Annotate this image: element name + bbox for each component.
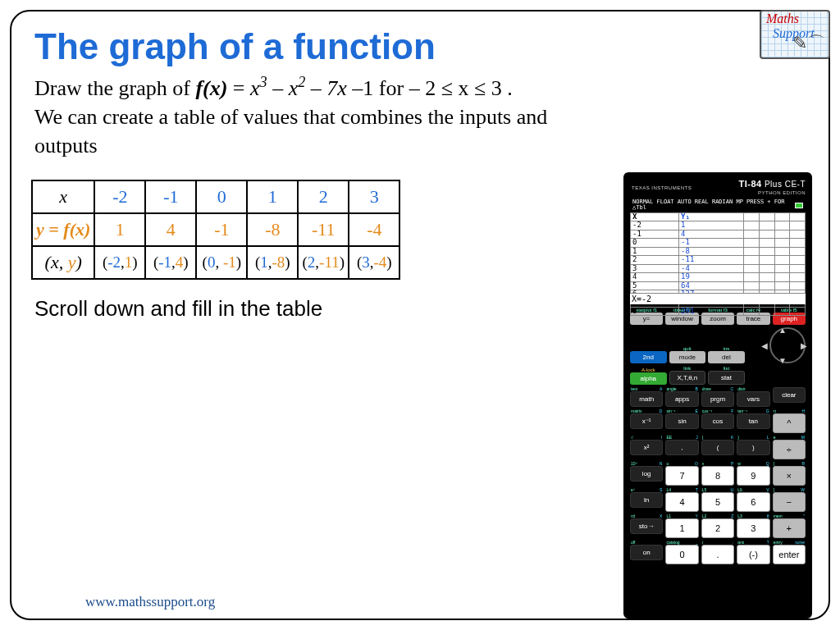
prompt-desc2: We can create a table of values that com… [34,105,547,158]
key-mode[interactable]: mode [669,351,706,363]
prompt-range: – 2 ≤ x ≤ 3 [409,76,502,100]
x-c0: -2 [94,180,145,213]
p0: (-2,1) [94,246,145,279]
values-table: x -2 -1 0 1 2 3 y = f(x) 1 4 -1 -8 -11 -… [31,180,400,280]
calc-dpad[interactable]: ▲ ▼ ◀ ▶ [760,327,806,363]
key-on[interactable]: on [630,545,663,560]
key-inv[interactable]: x⁻¹ [630,413,663,429]
key-pow[interactable]: ^ [773,413,806,433]
key-mul[interactable]: × [773,466,806,486]
page-title: The graph of a function [11,11,829,71]
key-vars[interactable]: vars [737,391,769,407]
key-k6[interactable]: 6 [737,492,769,512]
key-k2[interactable]: 2 [701,518,734,538]
key-k1[interactable]: 1 [665,518,698,538]
prompt-line: Draw the graph of f(x) = x3 – x2 – 7x –1… [11,71,829,165]
logo-line1: Maths [766,11,799,26]
p4: (2,-11) [298,246,349,279]
dpad-right-icon[interactable]: ▶ [801,341,807,350]
key-ln[interactable]: ln [630,492,663,508]
key-stat[interactable]: stat [708,371,745,385]
screen-status: NORMAL FLOAT AUTO REAL RADIAN MP PRESS +… [630,198,806,212]
key-cos[interactable]: cos [701,413,734,429]
p5: (3,-4) [349,246,399,279]
y-c0: 1 [94,213,145,246]
x-c1: -1 [145,180,196,213]
p1: (-1,4) [145,246,196,279]
y-c1: 4 [145,213,196,246]
p2: (0, -1) [196,246,247,279]
calc-keypad: testAmathangleBappsdrawCprgmdistrvarscle… [630,387,806,564]
key-log[interactable]: log [630,466,663,482]
key-div[interactable]: ÷ [773,440,806,459]
calculator: TEXAS INSTRUMENTS TI-84 Plus CE-T PYTHON… [623,172,812,619]
key-2nd[interactable]: 2nd [630,351,667,363]
key-alpha[interactable]: alpha [630,372,667,385]
key-sto[interactable]: sto→ [630,518,663,534]
brand-logo: Maths Support ✎⌒ [760,10,830,59]
th-fx: y = f(x) [32,213,94,246]
key-prgm[interactable]: prgm [701,391,734,407]
key-ent[interactable]: enter [773,545,806,564]
th-xy: (x, y) [32,246,94,279]
x-c5: 3 [349,180,399,213]
prompt-fname: f(x) [195,76,227,100]
prompt-lead: Draw the graph of [34,76,195,100]
key-neg[interactable]: (-) [737,545,769,564]
x-c4: 2 [298,180,349,213]
key-sub[interactable]: − [773,492,806,512]
key-math[interactable]: math [630,391,663,407]
battery-icon [795,203,803,208]
y-c5: -4 [349,213,399,246]
key-k9[interactable]: 9 [737,466,769,486]
y-c4: -11 [298,213,349,246]
key-del[interactable]: del [708,351,745,363]
prompt-tail: . [507,76,513,100]
key-sq[interactable]: x² [630,440,663,455]
key-dot[interactable]: . [701,545,734,564]
prompt-poly: x3 – x2 – 7x – [250,76,363,100]
sth-y: Y₁ [679,213,744,221]
calc-model: TI-84 Plus CE-T [738,180,806,189]
key-xtn[interactable]: X,T,θ,n [669,371,706,385]
key-clear[interactable]: clear [773,387,806,403]
dpad-down-icon[interactable]: ▼ [778,356,787,365]
dpad-left-icon[interactable]: ◀ [761,341,768,350]
calc-brand: TEXAS INSTRUMENTS TI-84 Plus CE-T PYTHON… [630,177,806,198]
key-k4[interactable]: 4 [665,492,698,512]
sth-x: X [631,213,679,221]
screen-bottom: X=-2 [630,293,806,304]
key-k0[interactable]: 0 [665,545,698,564]
key-rp[interactable]: ) [737,440,769,455]
x-c2: 0 [196,180,247,213]
dpad-up-icon[interactable]: ▲ [778,326,787,335]
th-x: x [32,180,94,213]
y-c2: -1 [196,213,247,246]
key-com[interactable]: , [665,440,698,455]
key-k5[interactable]: 5 [701,492,734,512]
prompt-eq: = [233,76,250,100]
y-c3: -8 [247,213,298,246]
key-lp[interactable]: ( [701,440,734,455]
key-k7[interactable]: 7 [665,466,698,486]
key-sin[interactable]: sin [665,413,698,429]
key-tan[interactable]: tan [737,413,769,429]
logo-tools-icon: ✎⌒ [792,31,825,56]
prompt-for: for [379,76,409,100]
footer-url: www.mathssupport.org [85,594,215,610]
key-k8[interactable]: 8 [701,466,734,486]
key-add[interactable]: + [773,518,806,538]
key-apps[interactable]: apps [665,391,698,407]
calc-screen: NORMAL FLOAT AUTO REAL RADIAN MP PRESS +… [630,198,806,304]
key-k3[interactable]: 3 [737,518,769,538]
slide: Maths Support ✎⌒ The graph of a function… [10,10,830,620]
x-c3: 1 [247,180,298,213]
p3: (1,-8) [247,246,298,279]
calc-ti: TEXAS INSTRUMENTS [632,185,692,190]
calc-edition: PYTHON EDITION [758,190,806,195]
